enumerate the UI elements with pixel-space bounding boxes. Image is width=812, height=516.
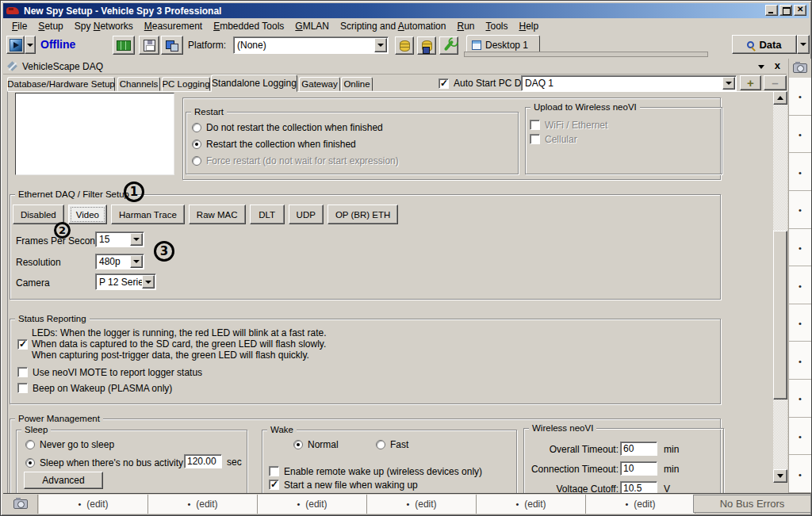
mote-checkbox[interactable] [17, 367, 28, 377]
radio-restart[interactable] [192, 140, 201, 149]
camera-icon[interactable] [793, 63, 807, 73]
filter-raw-mac-button[interactable]: Raw MAC [189, 204, 246, 224]
strip-cell[interactable] [789, 418, 811, 456]
voltage-cutoff-input[interactable] [620, 481, 657, 494]
vertical-scrollbar[interactable] [773, 91, 787, 483]
filter-disabled-button[interactable]: Disabled [13, 204, 64, 224]
scrollbar-track[interactable] [773, 105, 787, 231]
edit-label[interactable]: (edit) [634, 499, 655, 510]
platform-label: Platform: [188, 40, 226, 51]
edit-cell[interactable]: (edit) [367, 495, 477, 514]
new-file-wake-checkbox[interactable] [269, 480, 279, 490]
run-button[interactable] [6, 36, 25, 54]
platform-select[interactable]: (None) [233, 36, 389, 54]
add-daq-button[interactable]: + [740, 75, 761, 90]
daq-select[interactable]: DAQ 1 [521, 75, 737, 91]
edit-cell[interactable]: (edit) [148, 495, 258, 514]
led-status-checkbox[interactable] [17, 339, 28, 350]
camera-select[interactable]: P 12 Series [95, 273, 156, 290]
minimize-button[interactable] [765, 5, 778, 16]
filter-op-br-eth-button[interactable]: OP (BR) ETH [327, 204, 398, 224]
menu-tools[interactable]: Tools [480, 20, 513, 32]
daq-dropdown-arrow[interactable] [722, 77, 735, 90]
tab-online[interactable]: Online [341, 77, 373, 91]
camera-dropdown-arrow[interactable] [142, 275, 155, 289]
database-save-button[interactable] [417, 36, 436, 55]
overall-timeout-input[interactable] [620, 441, 657, 456]
strip-cell[interactable] [789, 304, 811, 342]
edit-cell[interactable]: (edit) [586, 495, 695, 514]
edit-label[interactable]: (edit) [415, 499, 436, 510]
panel-close-icon[interactable]: x [775, 59, 780, 71]
strip-cell[interactable] [789, 266, 811, 304]
setup-save-button[interactable] [161, 36, 183, 55]
close-button[interactable] [794, 5, 806, 16]
menu-embedded-tools[interactable]: Embedded Tools [208, 20, 289, 32]
strip-cell[interactable] [789, 380, 811, 418]
menu-gmlan[interactable]: GMLAN [289, 20, 335, 32]
save-button[interactable] [139, 36, 159, 55]
strip-cell[interactable] [789, 455, 811, 493]
sleep-timeout-input[interactable] [184, 454, 222, 468]
scrollbar-thumb[interactable] [773, 231, 787, 399]
radio-wake-fast[interactable] [376, 440, 385, 449]
tools-button[interactable] [439, 36, 458, 55]
strip-cell[interactable] [789, 153, 811, 191]
scrollbar-track[interactable] [773, 399, 787, 469]
menu-spy-networks[interactable]: Spy Networks [69, 20, 139, 32]
menu-file[interactable]: File [6, 20, 33, 32]
menu-setup[interactable]: Setup [33, 20, 68, 32]
scroll-down-button[interactable] [773, 469, 787, 483]
resolution-dropdown-arrow[interactable] [130, 255, 143, 268]
fps-dropdown-arrow[interactable] [130, 233, 143, 246]
menu-run[interactable]: Run [451, 20, 480, 32]
collection-listbox[interactable] [15, 93, 174, 175]
resolution-select[interactable]: 480p [95, 254, 144, 269]
radio-sleep-activity[interactable] [25, 458, 35, 468]
platform-dropdown-arrow[interactable] [374, 38, 387, 52]
tab-standalone-logging[interactable]: Standalone Logging [211, 75, 297, 92]
tab-gateway[interactable]: Gateway [299, 77, 340, 91]
database-button[interactable] [395, 36, 414, 55]
run-dropdown-button[interactable] [25, 36, 36, 54]
camera-icon[interactable] [13, 499, 28, 509]
maximize-button[interactable] [779, 5, 792, 16]
edit-cell[interactable]: (edit) [258, 495, 367, 514]
edit-cell[interactable]: (edit) [39, 495, 148, 514]
messages-view-button[interactable] [113, 36, 135, 55]
tab-database-hardware-setup[interactable]: Database/Hardware Setup [7, 77, 115, 91]
data-button[interactable]: Data [732, 35, 797, 54]
strip-cell[interactable] [789, 116, 811, 154]
auto-start-checkbox[interactable] [439, 78, 449, 89]
strip-cell[interactable] [789, 342, 811, 380]
edit-label[interactable]: (edit) [305, 499, 327, 510]
filter-video-button[interactable]: Video [68, 204, 107, 224]
edit-label[interactable]: (edit) [524, 499, 546, 510]
panel-menu-arrow-icon[interactable] [758, 65, 764, 72]
filter-harman-trace-button[interactable]: Harman Trace [111, 204, 185, 224]
radio-wake-normal[interactable] [293, 440, 303, 449]
strip-cell[interactable] [789, 229, 811, 267]
remove-daq-button[interactable]: – [764, 75, 787, 90]
filter-dlt-button[interactable]: DLT [250, 204, 285, 224]
strip-cell[interactable] [789, 78, 811, 116]
menu-help[interactable]: Help [514, 20, 545, 32]
connection-timeout-input[interactable] [620, 461, 657, 476]
data-dropdown-button[interactable] [797, 35, 810, 54]
tab-pc-logging[interactable]: PC Logging [162, 77, 210, 91]
radio-never-sleep[interactable] [25, 440, 35, 449]
beep-checkbox[interactable] [17, 383, 28, 393]
filter-udp-button[interactable]: UDP [289, 204, 324, 224]
tab-channels[interactable]: Channels [117, 77, 160, 91]
edit-cell[interactable]: (edit) [477, 495, 586, 514]
scroll-up-button[interactable] [773, 91, 787, 105]
menu-scripting[interactable]: Scripting and Automation [335, 20, 451, 32]
radio-no-restart[interactable] [192, 123, 201, 132]
edit-label[interactable]: (edit) [86, 499, 108, 510]
menu-measurement[interactable]: Measurement [139, 20, 208, 32]
advanced-button[interactable]: Advanced [24, 472, 103, 489]
strip-cell[interactable] [789, 191, 811, 229]
fps-select[interactable]: 15 [95, 231, 144, 247]
edit-label[interactable]: (edit) [196, 499, 217, 510]
remote-wakeup-checkbox[interactable] [269, 466, 279, 476]
